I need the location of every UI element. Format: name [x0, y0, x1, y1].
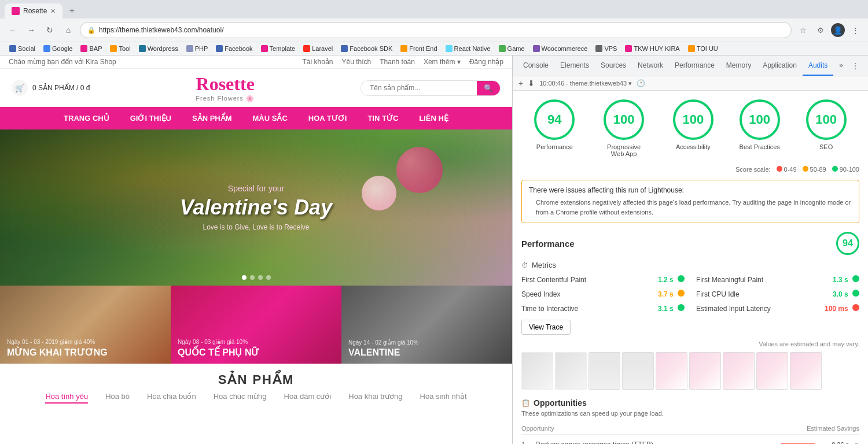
bookmark-icon-google [43, 45, 50, 52]
bookmark-wordpress[interactable]: Wordpress [135, 44, 182, 53]
nav-news[interactable]: TIN TỨC [357, 107, 409, 130]
bookmark-game[interactable]: Game [495, 44, 528, 53]
nav-products[interactable]: SẢN PHẨM [182, 107, 242, 130]
timeline-strip [521, 352, 859, 390]
topbar-checkout[interactable]: Thanh toán [380, 58, 415, 66]
reload-button[interactable]: ↻ [43, 23, 57, 37]
search-button[interactable]: 🔍 [477, 81, 500, 95]
nav-fresh[interactable]: HOA TƯƠI [298, 107, 358, 130]
bookmark-facebook[interactable]: Facebook [212, 44, 256, 53]
site-greeting: Chào mừng bạn đến với Kira Shop [9, 58, 116, 66]
topbar-account[interactable]: Tài khoản [302, 58, 333, 66]
product-card-1[interactable]: Ngày 01 - 03 - 2019 giảm giá 40% MỪNG KH… [0, 286, 171, 364]
active-tab[interactable]: Rosette ✕ [5, 3, 62, 18]
devtools-tab-audits[interactable]: Audits [803, 56, 833, 76]
tab-hoa-tinh-yeu[interactable]: Hoa tình yêu [45, 392, 88, 404]
devtools-tab-console[interactable]: Console [517, 56, 554, 76]
audits-download-icon[interactable]: ⬇ [528, 79, 535, 88]
tab-hoa-khai-truong[interactable]: Hoa khai trương [348, 392, 402, 404]
devtools-tab-memory[interactable]: Memory [720, 56, 757, 76]
devtools-tab-more[interactable]: » [833, 56, 849, 76]
forward-button[interactable]: → [24, 23, 38, 37]
hero-dot-4[interactable] [266, 275, 271, 280]
score-label-pwa: Progressive Web App [601, 143, 647, 157]
audits-clock-icon: 🕐 [637, 79, 645, 87]
score-label-accessibility: Accessibility [676, 143, 711, 150]
back-button[interactable]: ← [6, 23, 20, 37]
metric-fcp-value: 1.2 s [658, 275, 685, 284]
devtools-tab-application[interactable]: Application [757, 56, 803, 76]
topbar-login[interactable]: Đăng nhập [469, 58, 503, 66]
website-area: Chào mừng bạn đến với Kira Shop Tài khoả… [0, 56, 512, 444]
tab-close-button[interactable]: ✕ [50, 8, 56, 15]
nav-contact[interactable]: LIÊN HỆ [409, 107, 459, 130]
bookmark-php[interactable]: PHP [183, 44, 212, 53]
product-card-3[interactable]: Ngày 14 - 02 giảm giá 10% VALENTINE [341, 286, 512, 364]
product-cards: Ngày 01 - 03 - 2019 giảm giá 40% MỪNG KH… [0, 286, 512, 364]
audits-timestamp: 10:00:46 - theme.thietkeweb43 ▾ [539, 80, 632, 87]
bookmark-icon-frontend [400, 45, 407, 52]
hero-dot-1[interactable] [242, 275, 247, 280]
card-text-2: Ngày 08 - 03 giảm giá 10% QUỐC TẾ PHỤ NỮ [178, 339, 259, 358]
new-tab-button[interactable]: + [65, 4, 79, 18]
devtools-close-button[interactable]: ✕ [864, 60, 868, 72]
nav-about[interactable]: GIỚI THIỆU [120, 107, 182, 130]
nav-colors[interactable]: MÀU SẮC [242, 107, 298, 130]
frame-inner-8 [790, 353, 821, 389]
opp-savings-1: 0.26 s [832, 441, 849, 444]
audits-add-icon[interactable]: + [518, 79, 523, 88]
devtools-controls: ⋮ ✕ [849, 60, 868, 72]
bookmark-toiuu[interactable]: TOI UU [685, 44, 722, 53]
bookmark-social[interactable]: Social [6, 44, 39, 53]
devtools-tab-sources[interactable]: Sources [595, 56, 632, 76]
view-trace-button[interactable]: View Trace [521, 320, 571, 335]
bookmark-woo[interactable]: Woocommerece [529, 44, 591, 53]
devtools-tab-elements[interactable]: Elements [554, 56, 595, 76]
site-logo[interactable]: Rosette Fresh Flowers 🌸 [196, 73, 255, 102]
menu-icon[interactable]: ⋮ [848, 23, 862, 37]
devtools-tab-performance[interactable]: Performance [669, 56, 720, 76]
audits-content[interactable]: 94 Performance 100 Progressive Web App 1… [513, 91, 868, 444]
opp-expand-1[interactable]: ▼ [854, 442, 859, 445]
bookmark-bap[interactable]: BAP [77, 44, 105, 53]
nav-home[interactable]: TRANG CHỦ [53, 107, 120, 130]
profile-icon[interactable]: 👤 [831, 23, 845, 37]
score-circle-performance: 94 [534, 99, 575, 140]
extensions-icon[interactable]: ⚙ [814, 23, 827, 37]
bookmark-react-native[interactable]: React Native [442, 44, 494, 53]
tab-hoa-dam-cuoi[interactable]: Hoa đám cưới [284, 392, 332, 404]
metric-fcp-indicator [678, 275, 685, 282]
timeline-frame-5 [689, 352, 721, 390]
topbar-wishlist[interactable]: Yêu thích [342, 58, 372, 66]
bookmark-facebook-sdk[interactable]: Facebook SDK [337, 44, 396, 53]
metric-eil: Estimated Input Latency 100 ms [696, 304, 859, 313]
product-card-2[interactable]: Ngày 08 - 03 giảm giá 10% QUỐC TẾ PHỤ NỮ [171, 286, 341, 364]
cart-area[interactable]: 🛒 0 SẢN PHẨM / 0 đ [12, 80, 90, 96]
devtools-tab-network[interactable]: Network [632, 56, 669, 76]
bookmark-icon-facebook [216, 45, 223, 52]
hero-dot-3[interactable] [258, 275, 263, 280]
tab-bar: Rosette ✕ + [0, 0, 868, 18]
bookmark-template[interactable]: Template [258, 44, 299, 53]
tab-hoa-sinh-nhat[interactable]: Hoa sinh nhật [420, 392, 467, 404]
hero-dot-2[interactable] [250, 275, 255, 280]
bookmark-icon[interactable]: ☆ [796, 23, 810, 37]
card-date-2: Ngày 08 - 03 giảm giá 10% [178, 339, 259, 345]
search-input[interactable] [361, 81, 477, 95]
tab-hoa-chia-buon[interactable]: Hoa chia buồn [147, 392, 196, 404]
devtools-settings-button[interactable]: ⋮ [849, 60, 862, 72]
bookmark-laravel[interactable]: Laravel [300, 44, 336, 53]
home-button[interactable]: ⌂ [61, 23, 75, 37]
url-bar[interactable]: 🔒 https://theme.thietkeweb43.com/hoatuoi… [80, 22, 792, 38]
bookmark-google[interactable]: Google [40, 44, 76, 53]
timeline-frame-2 [589, 352, 620, 390]
bookmark-tkw[interactable]: TKW HUY KIRA [621, 44, 683, 53]
score-circle-seo: 100 [806, 99, 847, 140]
performance-section-title: Performance 94 [521, 232, 859, 255]
tab-hoa-chuc-mung[interactable]: Hoa chúc mừng [214, 392, 267, 404]
bookmark-tool[interactable]: Tool [106, 44, 134, 53]
tab-hoa-bo[interactable]: Hoa bó [105, 392, 130, 404]
topbar-more[interactable]: Xem thêm ▾ [424, 58, 461, 66]
bookmark-frontend[interactable]: Front End [397, 44, 440, 53]
bookmark-vps[interactable]: VPS [592, 44, 620, 53]
